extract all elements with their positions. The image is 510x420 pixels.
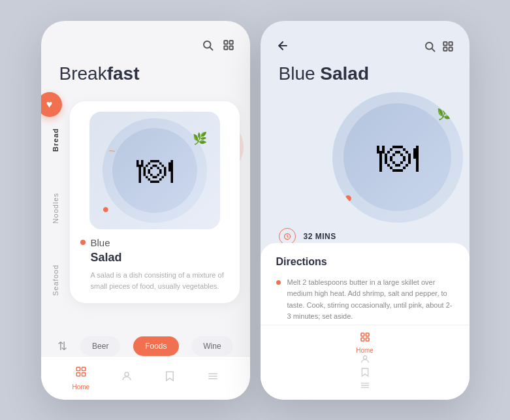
tab-menu[interactable] bbox=[207, 370, 219, 385]
svg-point-26 bbox=[363, 355, 366, 359]
directions-title: Directions bbox=[276, 256, 454, 268]
side-navigation: Bread Noodles Seafood bbox=[41, 95, 70, 330]
svg-rect-23 bbox=[366, 333, 369, 336]
card-name-prefix: Blue bbox=[91, 237, 110, 248]
step-dot-1 bbox=[276, 280, 281, 285]
svg-line-15 bbox=[432, 48, 434, 51]
phone1-content: Bread Noodles Seafood ♥ 🍽 🌿 ● ~ bbox=[41, 95, 250, 330]
label-dot bbox=[80, 240, 86, 245]
food-card-area: ♥ 🍽 🌿 ● ~ Blue Salad A salad is bbox=[70, 95, 250, 330]
back-button[interactable] bbox=[276, 39, 289, 56]
p2-tab-saved[interactable] bbox=[276, 367, 454, 380]
svg-rect-4 bbox=[224, 46, 227, 49]
title-prefix: Break bbox=[59, 63, 107, 84]
menu-icon bbox=[207, 370, 219, 385]
svg-rect-9 bbox=[82, 372, 85, 376]
phone-1: Breakfast Bread Noodles Seafood ♥ 🍽 bbox=[41, 21, 250, 400]
tab-home-label: Home bbox=[72, 383, 89, 391]
category-beer[interactable]: Beer bbox=[80, 336, 120, 356]
food-card[interactable]: ♥ 🍽 🌿 ● ~ Blue Salad A salad is bbox=[70, 101, 240, 303]
sidebar-item-seafood[interactable]: Seafood bbox=[52, 265, 59, 296]
p2-tab-profile[interactable] bbox=[276, 354, 454, 367]
card-name-bold: Salad bbox=[80, 251, 229, 265]
svg-rect-17 bbox=[449, 42, 452, 45]
p2-tab-menu[interactable] bbox=[276, 380, 454, 393]
svg-rect-2 bbox=[224, 40, 227, 44]
p2-menu-icon bbox=[360, 380, 370, 393]
tab-home[interactable]: Home bbox=[72, 366, 89, 391]
svg-rect-6 bbox=[76, 367, 80, 370]
heart-button[interactable]: ♥ bbox=[41, 92, 62, 117]
sidebar-item-noodles[interactable]: Noodles bbox=[52, 193, 59, 223]
stat-time-label: 32 MINS bbox=[304, 232, 336, 241]
sidebar-item-bread[interactable]: Bread bbox=[52, 128, 59, 152]
svg-rect-18 bbox=[443, 47, 447, 50]
dish-inner: 🍽 bbox=[112, 128, 197, 213]
bottom-navigation: Home bbox=[41, 356, 250, 400]
svg-rect-19 bbox=[449, 47, 452, 50]
svg-line-1 bbox=[210, 47, 212, 50]
svg-rect-24 bbox=[361, 338, 364, 341]
direction-step-1: Melt 2 tablespoons butter in a large ski… bbox=[276, 277, 454, 323]
phone2-page-title: Blue Salad bbox=[261, 61, 470, 92]
p2-profile-icon bbox=[360, 354, 370, 367]
p2-tab-home[interactable]: Home bbox=[276, 332, 454, 354]
p2-bookmark-icon bbox=[360, 367, 370, 380]
phone2-title-prefix: Blue bbox=[279, 63, 321, 84]
phone2-bottom-nav: Home bbox=[261, 325, 470, 400]
svg-rect-22 bbox=[361, 333, 364, 336]
p2-home-icon bbox=[360, 332, 370, 345]
phone2-header bbox=[261, 21, 470, 61]
food-decoration-2: ● bbox=[103, 202, 110, 216]
svg-rect-25 bbox=[366, 338, 369, 341]
food-decoration-3: ~ bbox=[109, 144, 116, 158]
svg-rect-7 bbox=[82, 367, 85, 370]
phone2-dish-circle: 🍽 🌿 ● bbox=[332, 92, 463, 223]
search-icon[interactable] bbox=[202, 39, 214, 53]
phones-container: Breakfast Bread Noodles Seafood ♥ 🍽 bbox=[41, 21, 470, 400]
svg-rect-8 bbox=[76, 372, 80, 376]
food-decoration-1: 🌿 bbox=[193, 131, 207, 146]
card-label: Blue bbox=[80, 237, 229, 248]
phone2-dish-inner: 🍽 bbox=[343, 103, 451, 211]
bookmark-icon bbox=[164, 370, 176, 385]
page-title: Breakfast bbox=[41, 58, 250, 95]
category-wine[interactable]: Wine bbox=[191, 336, 232, 356]
p2-home-label: Home bbox=[356, 347, 374, 354]
svg-rect-16 bbox=[443, 42, 447, 45]
svg-rect-5 bbox=[229, 46, 232, 49]
phone2-title-suffix: Salad bbox=[320, 63, 369, 84]
dish-image: 🍽 🌿 ● ~ bbox=[89, 112, 220, 229]
grid-icon[interactable] bbox=[223, 39, 234, 53]
title-suffix: fast bbox=[107, 63, 140, 84]
svg-rect-3 bbox=[229, 40, 232, 44]
phone-2: Blue Salad 🍽 🌿 ● 32 MINS bbox=[261, 21, 470, 400]
stat-time: 32 MINS bbox=[279, 228, 451, 245]
phone2-decoration-1: 🌿 bbox=[437, 105, 453, 121]
tab-saved[interactable] bbox=[164, 370, 176, 385]
category-foods[interactable]: Foods bbox=[133, 336, 178, 356]
card-description: A salad is a dish consisting of a mixtur… bbox=[80, 270, 229, 293]
time-icon bbox=[279, 228, 296, 245]
phone1-header bbox=[41, 21, 250, 58]
svg-point-10 bbox=[125, 372, 129, 376]
home-icon bbox=[75, 366, 87, 381]
dish-circle: 🍽 bbox=[103, 118, 207, 223]
search-icon-2[interactable] bbox=[424, 40, 436, 54]
profile-icon bbox=[121, 370, 133, 385]
filter-icon[interactable]: ⇅ bbox=[57, 339, 67, 353]
phone2-decoration-2: ● bbox=[344, 189, 353, 206]
step-text-1: Melt 2 tablespoons butter in a large ski… bbox=[287, 277, 454, 323]
grid-icon-2[interactable] bbox=[442, 40, 454, 54]
phone2-dish-area: 🍽 🌿 ● bbox=[261, 92, 470, 223]
tab-profile[interactable] bbox=[121, 370, 133, 385]
